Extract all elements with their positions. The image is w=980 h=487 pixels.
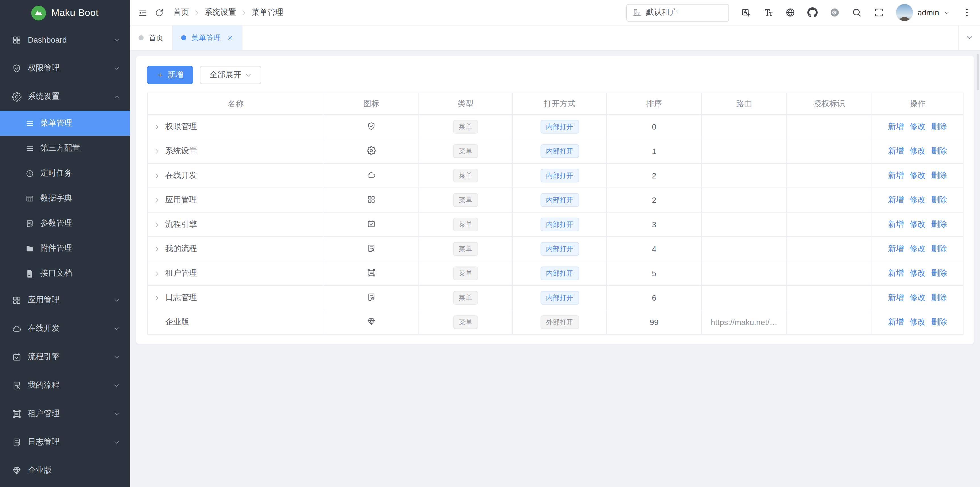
tab-item[interactable]: 首页 — [130, 26, 173, 50]
tabs-dropdown-button[interactable] — [958, 26, 980, 50]
expand-row-icon[interactable] — [154, 124, 160, 130]
row-op-link[interactable]: 新增 — [888, 244, 904, 253]
github-icon[interactable] — [807, 7, 818, 18]
sidebar-item[interactable]: Dashboard — [0, 26, 130, 54]
vertical-scrollbar[interactable] — [977, 54, 979, 90]
table-row: 应用管理 菜单 内部打开 2 新增修改删除 — [147, 188, 963, 212]
expand-row-icon[interactable] — [154, 148, 160, 154]
open-mode-tag: 内部打开 — [540, 193, 579, 207]
row-op-link[interactable]: 修改 — [910, 244, 926, 253]
row-op-link[interactable]: 修改 — [910, 317, 926, 326]
chevron-down-icon — [113, 382, 120, 388]
row-op-link[interactable]: 新增 — [888, 317, 904, 326]
row-op-link[interactable]: 新增 — [888, 293, 904, 302]
sidebar-subitem[interactable]: 参数管理 — [0, 211, 130, 236]
sidebar-item[interactable]: 企业版 — [0, 456, 130, 485]
sidebar-item[interactable]: 在线开发 — [0, 314, 130, 343]
expand-row-icon[interactable] — [154, 295, 160, 301]
sidebar-subitem[interactable]: 定时任务 — [0, 161, 130, 186]
row-op-link[interactable]: 删除 — [931, 171, 947, 180]
app-logo[interactable]: Maku Boot — [0, 0, 130, 26]
more-ellipsis-icon[interactable] — [962, 7, 972, 18]
sidebar-item-label: 系统设置 — [28, 91, 113, 102]
breadcrumb-item[interactable]: 首页 — [173, 7, 189, 18]
collapse-sidebar-icon[interactable] — [138, 8, 148, 18]
user-menu[interactable]: admin — [896, 4, 950, 21]
row-op-link[interactable]: 删除 — [931, 195, 947, 204]
sidebar-item[interactable]: 日志管理 — [0, 428, 130, 456]
row-op-link[interactable]: 修改 — [910, 293, 926, 302]
row-op-link[interactable]: 删除 — [931, 121, 947, 131]
globe-icon[interactable] — [785, 7, 795, 18]
row-op-link[interactable]: 新增 — [888, 195, 904, 204]
sidebar-item-label: 在线开发 — [28, 323, 113, 334]
building-icon — [633, 8, 641, 17]
auth-value — [787, 115, 872, 139]
row-op-link[interactable]: 新增 — [888, 121, 904, 131]
expand-row-icon[interactable] — [154, 246, 160, 252]
row-op-link[interactable]: 删除 — [931, 268, 947, 277]
tab-active[interactable]: 菜单管理 — [173, 26, 242, 50]
sidebar-item[interactable]: 租户管理 — [0, 399, 130, 428]
row-op-link[interactable]: 删除 — [931, 146, 947, 155]
translate-icon[interactable] — [741, 7, 751, 18]
calendar-check-icon — [367, 219, 376, 228]
sidebar-item-label: 流程引擎 — [28, 352, 113, 362]
row-op-link[interactable]: 删除 — [931, 317, 947, 326]
sidebar-subitem[interactable]: 菜单管理 — [0, 111, 130, 136]
row-op-link[interactable]: 新增 — [888, 146, 904, 155]
sidebar-item[interactable]: 系统设置 — [0, 82, 130, 111]
sidebar-subitem[interactable]: 数据字典 — [0, 186, 130, 211]
row-op-link[interactable]: 修改 — [910, 195, 926, 204]
chevron-up-icon — [113, 94, 120, 100]
refresh-icon[interactable] — [154, 8, 164, 18]
type-tag: 菜单 — [453, 242, 478, 256]
search-icon[interactable] — [852, 7, 862, 18]
row-op-link[interactable]: 删除 — [931, 244, 947, 253]
add-button[interactable]: 新增 — [147, 66, 193, 84]
sidebar-item[interactable]: 权限管理 — [0, 54, 130, 82]
expand-row-icon[interactable] — [154, 197, 160, 203]
plus-icon — [157, 72, 164, 78]
breadcrumb-item[interactable]: 菜单管理 — [251, 7, 283, 18]
row-op-link[interactable]: 新增 — [888, 219, 904, 228]
row-op-link[interactable]: 新增 — [888, 171, 904, 180]
sidebar-item[interactable]: 我的流程 — [0, 371, 130, 399]
grid-icon — [12, 295, 22, 305]
row-op-link[interactable]: 新增 — [888, 268, 904, 277]
row-op-link[interactable]: 修改 — [910, 121, 926, 131]
row-op-link[interactable]: 修改 — [910, 146, 926, 155]
expand-all-button[interactable]: 全部展开 — [200, 66, 261, 84]
row-op-link[interactable]: 删除 — [931, 293, 947, 302]
route-value — [702, 188, 787, 212]
sidebar-subitem[interactable]: 第三方配置 — [0, 136, 130, 161]
row-op-link[interactable]: 修改 — [910, 219, 926, 228]
app-title: Maku Boot — [51, 7, 99, 19]
expand-row-icon[interactable] — [154, 172, 160, 179]
expand-row-icon[interactable] — [154, 270, 160, 276]
gitee-icon[interactable] — [829, 7, 840, 18]
row-op-link[interactable]: 修改 — [910, 268, 926, 277]
sort-value: 5 — [607, 261, 702, 286]
sidebar-subitem[interactable]: 接口文档 — [0, 261, 130, 286]
route-value: https://maku.net/… — [702, 310, 787, 334]
sidebar-subitem[interactable]: 附件管理 — [0, 236, 130, 261]
sidebar-item[interactable]: 应用管理 — [0, 286, 130, 314]
fullscreen-icon[interactable] — [874, 7, 884, 18]
column-header: 操作 — [872, 93, 963, 115]
tenant-select[interactable]: 默认租户 — [626, 4, 729, 21]
table-row: 权限管理 菜单 内部打开 0 新增修改删除 — [147, 115, 963, 139]
cloud-icon — [12, 324, 22, 333]
close-icon[interactable] — [227, 35, 233, 41]
column-header: 图标 — [324, 93, 419, 115]
sidebar-subitem-label: 附件管理 — [40, 243, 120, 254]
font-size-icon[interactable] — [763, 7, 773, 18]
sidebar-subitem-label: 接口文档 — [40, 268, 120, 278]
menu-name: 系统设置 — [165, 146, 197, 156]
expand-row-icon[interactable] — [154, 221, 160, 228]
row-op-link[interactable]: 删除 — [931, 219, 947, 228]
sidebar-item[interactable]: 流程引擎 — [0, 343, 130, 371]
breadcrumb-item[interactable]: 系统设置 — [204, 7, 236, 18]
row-op-link[interactable]: 修改 — [910, 171, 926, 180]
sidebar-menu: Dashboard 权限管理 系统设置 菜单管理 第三方配置 定时任务 数据字典… — [0, 26, 130, 487]
